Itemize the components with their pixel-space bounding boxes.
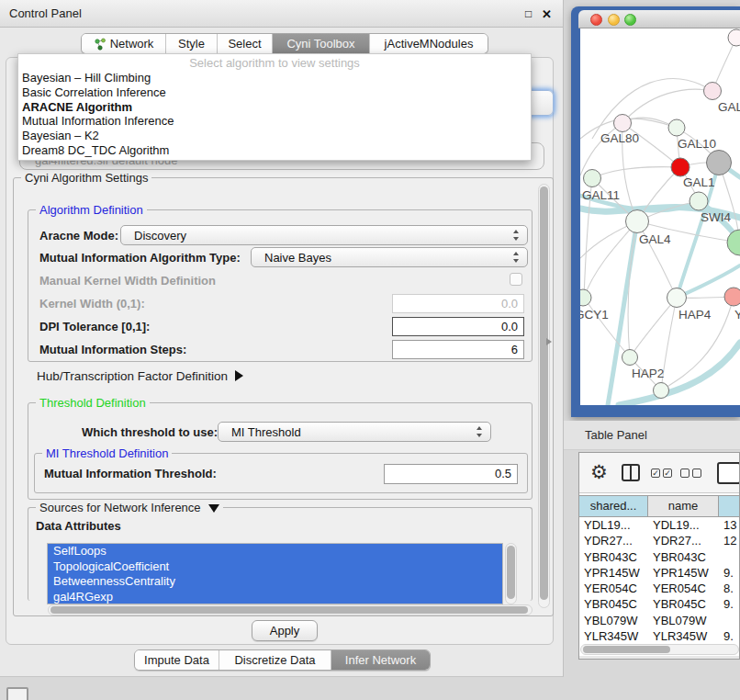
table-row[interactable]: YPR145WYPR145W9. <box>579 565 740 581</box>
settings-vertical-scrollbar[interactable] <box>538 184 550 608</box>
algorithm-option[interactable]: Bayesian – Hill Climbing <box>18 71 531 85</box>
table-cell: YLR345W <box>648 628 719 644</box>
algorithm-list: Bayesian – Hill ClimbingBasic Correlatio… <box>18 71 531 158</box>
table-cell: 9. <box>719 565 740 581</box>
aracne-mode-combo[interactable]: Discovery <box>120 225 528 245</box>
deselect-all-icon[interactable] <box>680 469 701 478</box>
table-toolbar: ⚙ ✓ ✓ <box>579 453 739 493</box>
table-cell: YBR043C <box>579 549 648 565</box>
data-attribute-item[interactable]: TopologicalCoefficient <box>48 559 502 575</box>
settings-horizontal-scrollbar[interactable] <box>48 604 533 615</box>
tab-infer-network[interactable]: Infer Network <box>331 650 430 670</box>
hub-tf-definition-section[interactable]: Hub/Transcription Factor Definition <box>37 369 243 383</box>
table-cell: YPR145W <box>648 565 719 581</box>
table-panel-window: ⚙ ✓ ✓ shared...name YDL19...YDL19...13YD… <box>578 452 740 660</box>
dpi-tolerance-field[interactable]: 0.0 <box>392 317 524 336</box>
zoom-traffic-light-icon[interactable] <box>624 14 636 26</box>
mi-threshold-field[interactable]: 0.5 <box>384 464 518 484</box>
table-cell: 8. <box>719 581 740 596</box>
cyni-algorithm-settings-group: Cyni Algorithm Settings Algorithm Defini… <box>13 177 554 616</box>
table-row[interactable]: YLR345WYLR345W9. <box>579 628 740 644</box>
table-cell: YDL19... <box>648 517 719 533</box>
kernel-width-field[interactable]: 0.0 <box>392 294 524 313</box>
algorithm-option[interactable]: Mutual Information Inference <box>18 114 531 129</box>
data-attributes-list[interactable]: SelfLoopsTopologicalCoefficientBetweenne… <box>47 543 503 604</box>
network-node[interactable] <box>724 288 740 306</box>
control-panel-titlebar: Control Panel □ ✕ <box>0 0 563 28</box>
tab-discretize-data[interactable]: Discretize Data <box>219 650 331 670</box>
network-canvas[interactable]: GALGAL80GAL10GAL1GAL11SWI4GAL4GCY1HAP4YH… <box>580 28 740 405</box>
algorithm-option[interactable]: Bayesian – K2 <box>18 129 531 143</box>
aracne-mode-label: Aracne Mode: <box>39 229 118 243</box>
table-row[interactable]: YBL079WYBL079W <box>579 613 740 628</box>
table-cell: 9. <box>719 596 740 612</box>
close-traffic-light-icon[interactable] <box>590 14 602 26</box>
network-node[interactable] <box>622 350 638 366</box>
network-node[interactable] <box>626 210 649 233</box>
table-column-header[interactable] <box>719 496 740 516</box>
network-node[interactable] <box>707 151 732 175</box>
manual-kernel-width-checkbox[interactable] <box>510 273 522 286</box>
algorithm-dropdown-list: Select algorithm to view settings Bayesi… <box>17 53 532 161</box>
mi-steps-field[interactable]: 6 <box>392 340 524 359</box>
control-panel-title: Control Panel <box>9 0 82 28</box>
table-cell <box>719 549 740 565</box>
table-column-header[interactable]: name <box>648 496 719 516</box>
table-horizontal-scrollbar[interactable] <box>580 644 739 655</box>
minimized-panel-icon[interactable] <box>6 687 28 700</box>
threshold-definition-title: Threshold Definition <box>36 396 150 410</box>
minimize-traffic-light-icon[interactable] <box>608 14 620 26</box>
network-node-label: HAP4 <box>678 308 712 322</box>
algorithm-option[interactable]: Basic Correlation Inference <box>18 85 531 100</box>
settings-gear-icon[interactable]: ⚙ <box>590 461 608 483</box>
network-node[interactable] <box>727 230 740 255</box>
column-selector-icon[interactable] <box>622 464 640 481</box>
splitter-collapse-icon[interactable] <box>546 338 552 345</box>
table-row[interactable]: YDR27...YDR27...12 <box>579 533 740 548</box>
network-node[interactable] <box>704 83 722 100</box>
tab-jactivemnodules[interactable]: jActiveMNodules <box>370 34 488 53</box>
export-table-icon[interactable] <box>717 462 740 484</box>
which-threshold-combo[interactable]: MI Threshold <box>218 422 491 442</box>
algorithm-option[interactable]: Dream8 DC_TDC Algorithm <box>18 143 531 158</box>
apply-button[interactable]: Apply <box>252 620 318 641</box>
network-view-window: GALGAL80GAL10GAL1GAL11SWI4GAL4GCY1HAP4YH… <box>571 6 740 417</box>
mi-threshold-definition-group: MI Threshold Definition Mutual Informati… <box>34 453 528 493</box>
network-node[interactable] <box>584 170 601 187</box>
tab-impute-data[interactable]: Impute Data <box>135 650 219 670</box>
float-window-icon[interactable]: □ <box>521 7 535 21</box>
sources-title[interactable]: Sources for Network Inference <box>36 501 223 514</box>
tab-network[interactable]: Network <box>82 34 166 53</box>
table-row[interactable]: YDL19...YDL19...13 <box>579 517 740 533</box>
tab-style[interactable]: Style <box>166 34 218 53</box>
network-node[interactable] <box>667 288 687 308</box>
combo-stepper-icon <box>512 252 521 263</box>
tab-select[interactable]: Select <box>218 34 273 53</box>
tab-cyni-toolbox[interactable]: Cyni Toolbox <box>273 34 370 53</box>
data-attribute-item[interactable]: SelfLoops <box>48 544 502 559</box>
algorithm-option[interactable]: ARACNE Algorithm <box>18 100 531 115</box>
table-row[interactable]: YBR045CYBR045C9. <box>579 596 740 612</box>
control-panel-tabs: Network Style Select Cyni Toolbox jActiv… <box>81 33 488 54</box>
network-node[interactable] <box>580 289 591 306</box>
network-window-titlebar <box>578 10 740 28</box>
select-all-icon[interactable]: ✓ ✓ <box>651 469 672 478</box>
table-cell: YDR27... <box>648 533 719 548</box>
mi-algorithm-type-combo[interactable]: Naive Bayes <box>251 247 528 267</box>
close-window-icon[interactable]: ✕ <box>540 7 554 21</box>
network-node[interactable] <box>728 29 740 46</box>
data-attribute-item[interactable]: gal4RGexp <box>48 590 502 605</box>
network-node[interactable] <box>668 119 685 136</box>
table-body: YDL19...YDL19...13YDR27...YDR27...12YBR0… <box>579 517 740 644</box>
network-node[interactable] <box>671 158 690 176</box>
table-column-header[interactable]: shared... <box>579 496 648 516</box>
network-node[interactable] <box>614 115 632 132</box>
table-row[interactable]: YBR043CYBR043C <box>579 549 740 565</box>
table-row[interactable]: YER054CYER054C8. <box>579 581 740 596</box>
data-attribute-item[interactable]: BetweennessCentrality <box>48 574 502 590</box>
network-node[interactable] <box>654 383 669 399</box>
network-node[interactable] <box>690 192 708 210</box>
attributes-scrollbar[interactable] <box>505 543 517 604</box>
settings-vertical-scrollbar-thumb[interactable] <box>540 186 548 600</box>
table-cell: YDL19... <box>579 517 648 533</box>
